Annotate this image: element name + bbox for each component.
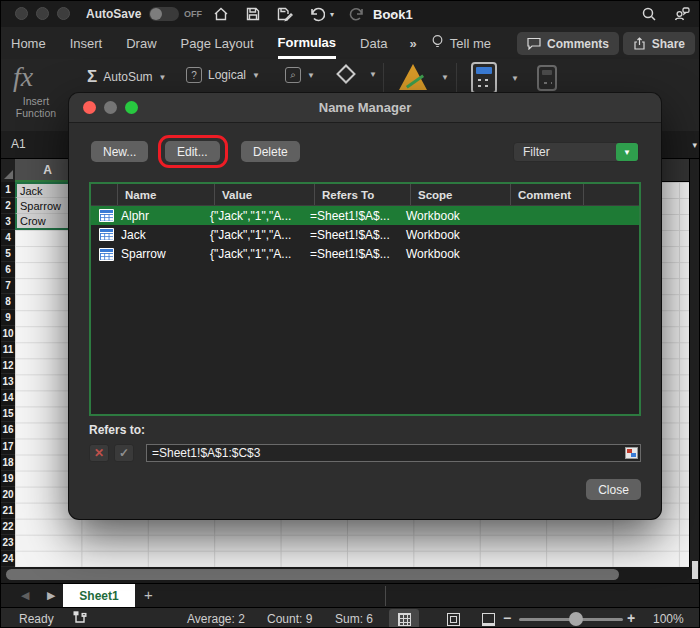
close-window-icon[interactable] (15, 7, 28, 20)
formula-bar-expand-icon[interactable]: ▾ (692, 140, 697, 150)
table-row-sparrow[interactable]: Sparrow {"Jack","1","A... =Sheet1!$A$...… (91, 245, 639, 264)
more-functions-button[interactable]: ▼ (339, 67, 377, 81)
tab-page-layout[interactable]: Page Layout (181, 29, 254, 57)
close-button[interactable]: Close (586, 479, 641, 500)
add-sheet-button[interactable]: + (144, 586, 153, 603)
row-number[interactable]: 8 (1, 294, 15, 310)
dialog-titlebar[interactable]: Name Manager (69, 93, 661, 123)
row-number[interactable]: 2 (1, 198, 15, 214)
chevron-down-icon: ▼ (511, 74, 519, 83)
search-icon[interactable] (639, 4, 658, 23)
table-row-alphr[interactable]: Alphr {"Jack","1","A... =Sheet1!$A$... W… (91, 206, 639, 225)
lookup-icon: ⌕ (285, 67, 301, 83)
row-number[interactable]: 24 (1, 551, 15, 567)
home-icon[interactable] (211, 5, 230, 24)
row-number[interactable]: 21 (1, 503, 15, 519)
refers-to-column-header[interactable]: Refers To (315, 184, 411, 205)
delete-button[interactable]: Delete (241, 141, 300, 162)
horizontal-scrollbar[interactable] (1, 567, 700, 583)
row-number[interactable]: 5 (1, 246, 15, 262)
row-number[interactable]: 6 (1, 262, 15, 278)
horizontal-scrollbar-thumb[interactable] (6, 569, 619, 580)
tab-formulas[interactable]: Formulas (278, 28, 337, 59)
page-break-view-button[interactable] (473, 609, 503, 628)
ready-status: Ready (19, 612, 54, 626)
zoom-slider[interactable] (519, 618, 623, 621)
row-number[interactable]: 12 (1, 358, 15, 374)
row-number[interactable]: 13 (1, 374, 15, 390)
sheet-tab-sheet1[interactable]: Sheet1 (63, 584, 135, 608)
next-sheet-icon[interactable]: ▶ (47, 589, 55, 602)
name-column-header[interactable]: Name (118, 184, 215, 205)
row-number[interactable]: 22 (1, 519, 15, 535)
zoom-window-icon[interactable] (57, 7, 70, 20)
cancel-edit-icon[interactable]: ✕ (89, 444, 109, 462)
row-number[interactable]: 11 (1, 342, 15, 358)
row-number[interactable]: 7 (1, 278, 15, 294)
fill-handle-icon (71, 611, 87, 628)
prev-sheet-icon[interactable]: ◀ (21, 589, 29, 602)
tab-insert[interactable]: Insert (70, 29, 103, 57)
new-button[interactable]: New... (91, 141, 148, 162)
zoom-in-button[interactable]: + (627, 610, 635, 626)
row-number[interactable]: 1 (1, 182, 15, 198)
undo-chevron-icon[interactable]: ▾ (330, 10, 334, 19)
comment-column-header[interactable]: Comment (511, 184, 584, 205)
redo-icon[interactable] (347, 5, 366, 24)
row-number[interactable]: 4 (1, 230, 15, 246)
names-table: Name Value Refers To Scope Comment Alphr… (89, 182, 641, 416)
row-number[interactable]: 17 (1, 439, 15, 455)
confirm-edit-icon[interactable]: ✓ (114, 444, 134, 462)
share-people-icon[interactable] (672, 4, 691, 23)
vertical-scrollbar-thumb[interactable] (692, 561, 698, 579)
insert-function-icon[interactable]: fx (13, 61, 33, 93)
error-checking-button[interactable]: ▼ (399, 64, 449, 90)
page-layout-view-button[interactable] (438, 609, 468, 628)
row-number[interactable]: 18 (1, 455, 15, 471)
normal-view-button[interactable] (389, 609, 419, 628)
calculate-now-button[interactable] (537, 65, 557, 91)
scope-column-header[interactable]: Scope (411, 184, 511, 205)
tab-overflow-icon[interactable]: » (410, 36, 415, 51)
save-as-icon[interactable] (275, 5, 294, 24)
calculation-options-button[interactable]: ▼ (471, 62, 519, 94)
autosave-state-label: OFF (184, 9, 202, 19)
tab-home[interactable]: Home (11, 29, 46, 57)
vertical-scrollbar[interactable] (689, 159, 700, 567)
filter-dropdown[interactable]: Filter ▼ (513, 142, 639, 162)
save-icon[interactable] (243, 5, 262, 24)
table-row-jack[interactable]: Jack {"Jack","1","A... =Sheet1!$A$... Wo… (91, 225, 639, 244)
filter-chevron-icon[interactable]: ▼ (616, 143, 638, 161)
zoom-out-button[interactable]: − (503, 610, 511, 626)
minimize-window-icon[interactable] (36, 7, 49, 20)
row-number[interactable]: 14 (1, 390, 15, 406)
row-number[interactable]: 19 (1, 471, 15, 487)
row-number[interactable]: 3 (1, 214, 15, 230)
tell-me-label[interactable]: Tell me (450, 36, 491, 51)
tab-draw[interactable]: Draw (126, 29, 156, 57)
select-all-corner[interactable] (1, 159, 15, 182)
lookup-reference-button[interactable]: ⌕ ▼ (285, 67, 315, 83)
share-button[interactable]: Share (623, 32, 695, 55)
row-number[interactable]: 16 (1, 422, 15, 438)
range-selector-icon[interactable] (625, 447, 638, 459)
autosum-button[interactable]: Σ AutoSum▼ (87, 67, 166, 87)
autosave-toggle[interactable] (149, 7, 179, 21)
name-box[interactable]: A1 (11, 137, 26, 151)
row-number[interactable]: 10 (1, 326, 15, 342)
zoom-slider-thumb[interactable] (569, 612, 583, 626)
undo-icon[interactable] (307, 5, 326, 24)
row-number[interactable]: 15 (1, 406, 15, 422)
row-number[interactable]: 9 (1, 310, 15, 326)
comments-button[interactable]: Comments (517, 32, 619, 55)
row-number[interactable]: 23 (1, 535, 15, 551)
tab-data[interactable]: Data (360, 29, 387, 57)
zoom-level[interactable]: 100% (653, 612, 684, 626)
logical-button[interactable]: ? Logical▼ (186, 67, 260, 83)
chevron-down-icon: ▼ (369, 70, 377, 79)
sheet-tab-bar: ◀ ▶ Sheet1 + (1, 583, 700, 607)
refers-to-input[interactable]: =Sheet1!$A$1:$C$3 (146, 444, 641, 462)
page-layout-icon (447, 613, 460, 626)
row-number[interactable]: 20 (1, 487, 15, 503)
value-column-header[interactable]: Value (215, 184, 315, 205)
